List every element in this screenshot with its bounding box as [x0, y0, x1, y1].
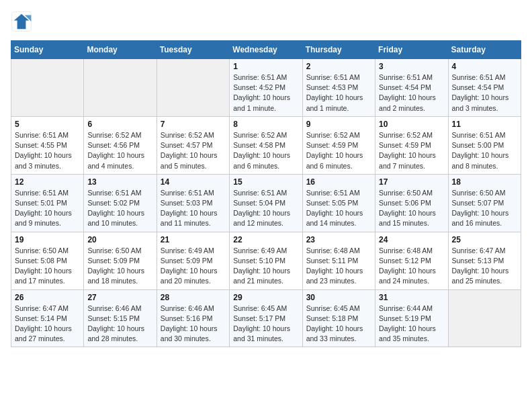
sunset-text: Sunset: 4:54 PM [379, 83, 431, 91]
daylight-text: Daylight: 10 hours and 18 minutes. [87, 267, 144, 285]
daylight-text: Daylight: 10 hours and 5 minutes. [161, 151, 218, 169]
calendar-cell: 19 Sunrise: 6:50 AM Sunset: 5:08 PM Dayl… [11, 232, 84, 289]
daylight-text: Daylight: 10 hours and 23 minutes. [306, 267, 363, 285]
calendar-cell: 9 Sunrise: 6:52 AM Sunset: 4:59 PM Dayli… [302, 116, 375, 174]
sunrise-text: Sunrise: 6:46 AM [87, 304, 141, 312]
calendar-cell: 15 Sunrise: 6:51 AM Sunset: 5:04 PM Dayl… [230, 174, 302, 232]
day-number: 16 [306, 177, 371, 187]
daylight-text: Daylight: 10 hours and 33 minutes. [306, 324, 363, 342]
sunrise-text: Sunrise: 6:52 AM [161, 131, 214, 139]
sunrise-text: Sunrise: 6:51 AM [306, 73, 360, 81]
daylight-text: Daylight: 10 hours and 3 minutes. [15, 151, 72, 169]
day-number: 14 [161, 177, 226, 187]
calendar-cell: 2 Sunrise: 6:51 AM Sunset: 4:53 PM Dayli… [302, 59, 375, 117]
day-number: 8 [233, 120, 298, 129]
sunrise-text: Sunrise: 6:48 AM [306, 246, 360, 255]
logo-icon [11, 11, 32, 32]
week-row: 26 Sunrise: 6:47 AM Sunset: 5:14 PM Dayl… [11, 289, 521, 347]
calendar-cell: 26 Sunrise: 6:47 AM Sunset: 5:14 PM Dayl… [11, 289, 84, 347]
sunset-text: Sunset: 5:18 PM [306, 314, 359, 322]
calendar-cell: 5 Sunrise: 6:51 AM Sunset: 4:55 PM Dayli… [11, 116, 84, 174]
daylight-text: Daylight: 10 hours and 4 minutes. [87, 151, 144, 169]
col-header-wednesday: Wednesday [230, 41, 302, 59]
calendar-cell: 29 Sunrise: 6:45 AM Sunset: 5:17 PM Dayl… [230, 289, 302, 347]
calendar-cell: 21 Sunrise: 6:49 AM Sunset: 5:09 PM Dayl… [157, 232, 229, 289]
sunrise-text: Sunrise: 6:50 AM [87, 246, 141, 255]
day-number: 24 [379, 235, 444, 244]
calendar-cell: 3 Sunrise: 6:51 AM Sunset: 4:54 PM Dayli… [375, 59, 448, 117]
sunrise-text: Sunrise: 6:51 AM [161, 189, 214, 197]
calendar-cell: 6 Sunrise: 6:52 AM Sunset: 4:56 PM Dayli… [84, 116, 157, 174]
sunrise-text: Sunrise: 6:50 AM [15, 246, 69, 255]
sunset-text: Sunset: 5:01 PM [15, 199, 67, 207]
sunset-text: Sunset: 4:54 PM [452, 83, 504, 91]
sunrise-text: Sunrise: 6:52 AM [233, 131, 287, 139]
day-number: 6 [87, 120, 152, 129]
sunset-text: Sunset: 5:13 PM [452, 257, 504, 265]
daylight-text: Daylight: 10 hours and 24 minutes. [379, 267, 436, 285]
daylight-text: Daylight: 10 hours and 7 minutes. [379, 151, 436, 169]
calendar-cell: 22 Sunrise: 6:49 AM Sunset: 5:10 PM Dayl… [230, 232, 302, 289]
calendar-cell [84, 59, 157, 117]
calendar-cell: 10 Sunrise: 6:52 AM Sunset: 4:59 PM Dayl… [375, 116, 448, 174]
calendar-cell: 14 Sunrise: 6:51 AM Sunset: 5:03 PM Dayl… [157, 174, 229, 232]
sunrise-text: Sunrise: 6:51 AM [233, 73, 287, 81]
calendar-cell: 23 Sunrise: 6:48 AM Sunset: 5:11 PM Dayl… [302, 232, 375, 289]
sunset-text: Sunset: 5:09 PM [87, 257, 140, 265]
calendar-cell: 28 Sunrise: 6:46 AM Sunset: 5:16 PM Dayl… [157, 289, 229, 347]
daylight-text: Daylight: 10 hours and 17 minutes. [15, 267, 72, 285]
calendar-table: SundayMondayTuesdayWednesdayThursdayFrid… [11, 40, 521, 347]
day-number: 5 [15, 120, 80, 129]
sunrise-text: Sunrise: 6:52 AM [379, 131, 433, 139]
day-number: 15 [233, 177, 298, 187]
calendar-cell: 25 Sunrise: 6:47 AM Sunset: 5:13 PM Dayl… [448, 232, 521, 289]
calendar-cell: 27 Sunrise: 6:46 AM Sunset: 5:15 PM Dayl… [84, 289, 157, 347]
sunrise-text: Sunrise: 6:52 AM [306, 131, 360, 139]
sunrise-text: Sunrise: 6:51 AM [452, 131, 506, 139]
sunset-text: Sunset: 4:59 PM [379, 141, 431, 149]
sunrise-text: Sunrise: 6:50 AM [452, 189, 506, 197]
day-number: 23 [306, 235, 371, 244]
daylight-text: Daylight: 10 hours and 6 minutes. [233, 151, 290, 169]
day-number: 21 [161, 235, 226, 244]
day-number: 22 [233, 235, 298, 244]
calendar-cell [157, 59, 229, 117]
page-header [11, 11, 521, 32]
sunset-text: Sunset: 5:17 PM [233, 314, 285, 322]
calendar-cell: 31 Sunrise: 6:44 AM Sunset: 5:19 PM Dayl… [375, 289, 448, 347]
sunset-text: Sunset: 5:09 PM [161, 257, 213, 265]
daylight-text: Daylight: 10 hours and 14 minutes. [306, 209, 363, 227]
calendar-cell: 1 Sunrise: 6:51 AM Sunset: 4:52 PM Dayli… [230, 59, 302, 117]
sunrise-text: Sunrise: 6:49 AM [161, 246, 214, 255]
sunset-text: Sunset: 5:10 PM [233, 257, 285, 265]
daylight-text: Daylight: 10 hours and 11 minutes. [161, 209, 218, 227]
day-number: 2 [306, 62, 371, 71]
calendar-cell: 12 Sunrise: 6:51 AM Sunset: 5:01 PM Dayl… [11, 174, 84, 232]
week-row: 1 Sunrise: 6:51 AM Sunset: 4:52 PM Dayli… [11, 59, 521, 117]
sunrise-text: Sunrise: 6:52 AM [87, 131, 141, 139]
logo [11, 11, 35, 32]
calendar-cell: 18 Sunrise: 6:50 AM Sunset: 5:07 PM Dayl… [448, 174, 521, 232]
calendar-cell: 11 Sunrise: 6:51 AM Sunset: 5:00 PM Dayl… [448, 116, 521, 174]
daylight-text: Daylight: 10 hours and 3 minutes. [452, 93, 509, 111]
sunrise-text: Sunrise: 6:49 AM [233, 246, 287, 255]
day-number: 29 [233, 293, 298, 302]
day-number: 28 [161, 293, 226, 302]
day-number: 4 [452, 62, 517, 71]
daylight-text: Daylight: 10 hours and 1 minute. [233, 93, 290, 111]
calendar-cell: 20 Sunrise: 6:50 AM Sunset: 5:09 PM Dayl… [84, 232, 157, 289]
daylight-text: Daylight: 10 hours and 16 minutes. [452, 209, 509, 227]
calendar-cell: 24 Sunrise: 6:48 AM Sunset: 5:12 PM Dayl… [375, 232, 448, 289]
week-row: 19 Sunrise: 6:50 AM Sunset: 5:08 PM Dayl… [11, 232, 521, 289]
sunrise-text: Sunrise: 6:51 AM [15, 131, 69, 139]
day-number: 9 [306, 120, 371, 129]
calendar-cell [448, 289, 521, 347]
sunrise-text: Sunrise: 6:50 AM [379, 189, 433, 197]
sunrise-text: Sunrise: 6:51 AM [452, 73, 506, 81]
daylight-text: Daylight: 10 hours and 1 minute. [306, 93, 363, 111]
col-header-thursday: Thursday [302, 41, 375, 59]
day-number: 19 [15, 235, 80, 244]
sunrise-text: Sunrise: 6:44 AM [379, 304, 433, 312]
daylight-text: Daylight: 10 hours and 27 minutes. [15, 324, 72, 342]
header-row: SundayMondayTuesdayWednesdayThursdayFrid… [11, 41, 521, 59]
